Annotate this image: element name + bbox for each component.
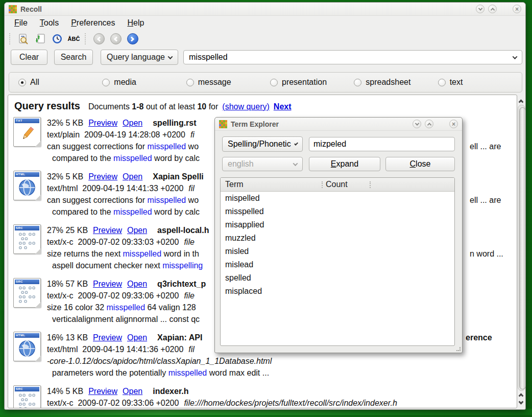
filter-radio-all[interactable]: All [18, 78, 102, 87]
result-title: q3richtext_p [157, 280, 206, 288]
desktop-background: Recoll × File Tools Preferences Help ÅBĈ… [0, 0, 532, 417]
relevance-percent: 32% 5 KB [47, 119, 83, 127]
file-type-badge: SRC [15, 387, 39, 391]
column-resize-handle[interactable] [370, 181, 371, 188]
language-dropdown[interactable]: english [222, 157, 303, 171]
dialog-maximize-button[interactable] [425, 120, 433, 128]
close-dialog-button[interactable]: Close [385, 157, 455, 171]
result-abstract-line: aspell document checker next misspelling [47, 260, 209, 271]
scroll-buttons[interactable] [519, 394, 523, 404]
preview-link[interactable]: Preview [88, 387, 117, 396]
filter-label: presentation [282, 78, 327, 87]
relevance-percent: 32% 5 KB [47, 172, 83, 181]
term-input[interactable] [309, 137, 455, 151]
menu-help[interactable]: Help [123, 17, 149, 29]
term-row[interactable]: misspelled [221, 205, 454, 218]
chevron-down-icon [294, 142, 298, 146]
filter-radio-media[interactable]: media [102, 78, 186, 87]
previous-page-icon[interactable] [109, 32, 123, 46]
scrollbar-groove[interactable] [518, 105, 525, 391]
result-abstract-line: size returns the next misspelled word in… [47, 248, 209, 260]
open-link[interactable]: Open [123, 119, 142, 127]
result-abstract-line: can suggest corrections for misspelled w… [47, 141, 200, 152]
term-row[interactable]: mispelled [221, 192, 454, 205]
document-type-filters: All media message presentation spreadshe… [9, 72, 522, 92]
resize-grip[interactable] [456, 347, 461, 351]
maximize-button[interactable] [488, 5, 497, 13]
result-meta-line: text/plain 2009-04-19 14:28:08 +0200fi [47, 129, 200, 141]
first-page-icon[interactable] [92, 32, 106, 46]
menu-tools[interactable]: Tools [35, 17, 63, 29]
file-type-badge: HTML [15, 172, 39, 177]
term-row[interactable]: misapplied [221, 218, 454, 231]
relevance-percent: 27% 25 KB [47, 226, 88, 235]
open-link[interactable]: Open [123, 387, 142, 396]
result-body: 32% 5 KBPreviewOpenspelling.rsttext/plai… [47, 117, 200, 164]
update-index-icon[interactable] [33, 32, 47, 46]
column-resize-handle[interactable] [322, 181, 323, 188]
minimize-button[interactable] [476, 5, 485, 13]
open-link[interactable]: Open [127, 280, 147, 288]
mime-and-date: text/x-c 2009-07-02 09:33:06 +0200 [47, 291, 179, 300]
preview-link[interactable]: Preview [93, 280, 122, 288]
close-button[interactable]: × [513, 5, 521, 13]
query-language-label: Query language [107, 53, 165, 62]
preview-link[interactable]: Preview [88, 172, 117, 181]
txt-file-icon: TXT [13, 117, 41, 147]
file-url: file [184, 291, 194, 300]
dialog-minimize-button[interactable] [413, 120, 421, 128]
term-row[interactable]: mislead [221, 258, 454, 271]
menu-file[interactable]: File [10, 17, 32, 29]
source-code-icon [18, 393, 36, 408]
dialog-titlebar[interactable]: Term Explorer × [215, 118, 462, 131]
pencil-icon [18, 125, 36, 143]
term-table-header[interactable]: Term Count [221, 178, 454, 192]
term-row[interactable]: misled [221, 245, 454, 258]
toolbar-grip[interactable] [9, 33, 12, 44]
preview-link[interactable]: Preview [93, 333, 122, 342]
expand-button[interactable]: Expand [309, 157, 380, 171]
preview-link[interactable]: Preview [93, 226, 122, 235]
term-explorer-abc-icon[interactable]: ÅBĈ [67, 32, 81, 46]
filter-radio-spreadsheet[interactable]: spreadsheet [354, 78, 438, 87]
term-row[interactable]: muzzled [221, 231, 454, 245]
menu-preferences[interactable]: Preferences [66, 17, 119, 29]
query-language-dropdown[interactable]: Query language [101, 50, 178, 65]
mime-and-date: text/html 2009-04-19 14:41:33 +0200 [47, 184, 183, 193]
next-page-icon[interactable] [126, 32, 139, 46]
search-query-combobox[interactable]: misspelled [183, 50, 522, 64]
toolbar-grip-2[interactable] [85, 33, 88, 44]
result-meta-line: text/x-c 2009-07-02 09:33:06 +0200file:/… [47, 397, 397, 408]
term-column-header[interactable]: Term [221, 180, 322, 189]
preview-link[interactable]: Preview [88, 119, 117, 127]
filter-radio-message[interactable]: message [186, 78, 270, 87]
next-page-link[interactable]: Next [274, 102, 292, 111]
search-document-icon[interactable] [16, 32, 30, 46]
result-meta-line: text/x-c 2009-07-02 09:33:06 +0200file [47, 290, 206, 302]
open-link[interactable]: Open [127, 333, 147, 342]
search-button[interactable]: Search [54, 50, 93, 65]
term-row[interactable]: spelled [221, 271, 454, 285]
open-link[interactable]: Open [123, 172, 142, 181]
result-body: 27% 25 KBPreviewOpenaspell-local.htext/x… [47, 224, 209, 271]
scroll-up-icon[interactable] [519, 393, 524, 399]
show-query-link[interactable]: (show query) [222, 102, 269, 111]
open-link[interactable]: Open [127, 226, 147, 235]
results-scrollbar[interactable] [517, 95, 526, 408]
count-column-header[interactable]: Count [326, 180, 370, 189]
dialog-close-button[interactable]: × [449, 120, 458, 128]
history-clock-icon[interactable] [50, 32, 64, 46]
scroll-down-icon[interactable] [519, 400, 524, 405]
result-title: Xapian: API [157, 333, 205, 342]
filter-label: message [198, 78, 231, 87]
result-abstract-line: compared to the misspelled word by calc [47, 152, 200, 164]
scrollbar-thumb[interactable] [519, 107, 526, 389]
result-abstract-line: size 16 color 32 misspelled 64 valign 12… [47, 302, 206, 313]
term-row[interactable]: misplaced [221, 285, 454, 298]
expansion-mode-dropdown[interactable]: Spelling/Phonetic [222, 136, 303, 152]
clear-button[interactable]: Clear [11, 50, 47, 65]
filter-radio-presentation[interactable]: presentation [270, 78, 354, 87]
result-item: SRC14% 5 KBPreviewOpenindexer.htext/x-c … [13, 385, 517, 408]
main-titlebar[interactable]: Recoll × [5, 3, 525, 16]
filter-radio-text[interactable]: text [438, 78, 522, 87]
